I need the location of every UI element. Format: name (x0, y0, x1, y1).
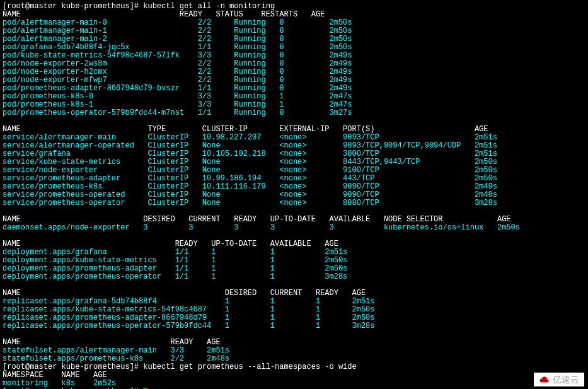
watermark-logo: 亿速云 (534, 373, 584, 386)
terminal[interactable]: [root@master kube-prometheus]# kubectl g… (0, 0, 588, 389)
watermark-text: 亿速云 (553, 376, 579, 384)
cloud-icon (539, 374, 550, 385)
